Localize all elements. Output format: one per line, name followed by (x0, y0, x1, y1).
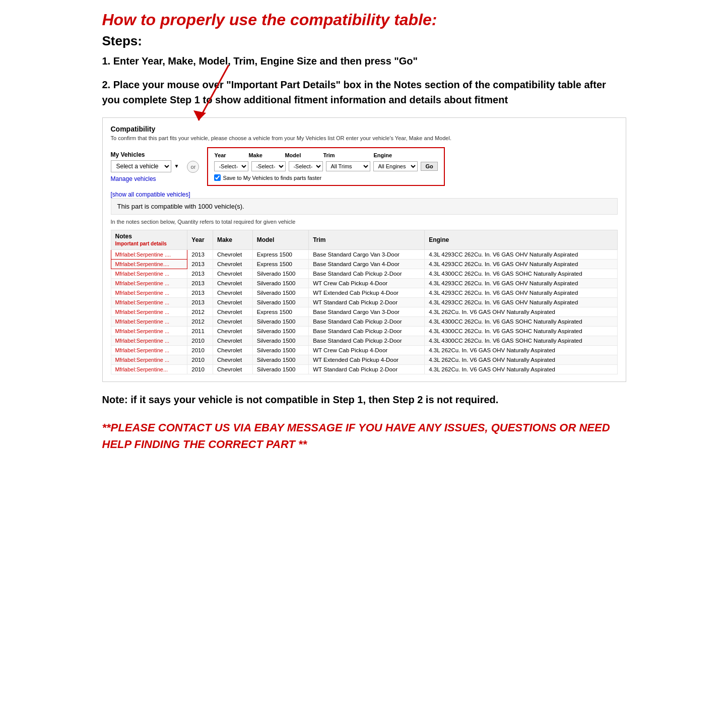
cell-make: Chevrolet (213, 279, 252, 288)
model-label: Model (285, 152, 318, 158)
cell-notes: Mfrlabel:Serpentine ... (111, 288, 187, 298)
cell-engine: 4.3L 4293CC 262Cu. In. V6 GAS OHV Natura… (425, 250, 617, 260)
cell-trim: Base Standard Cargo Van 3-Door (309, 307, 425, 317)
main-title: How to properly use the compatibility ta… (102, 10, 626, 29)
note-text: Note: if it says your vehicle is not com… (102, 392, 626, 407)
table-row: Mfrlabel:Serpentine ... 2013 Chevrolet S… (111, 269, 617, 279)
compatibility-section: Compatibility To confirm that this part … (102, 117, 626, 382)
cell-trim: WT Standard Cab Pickup 2-Door (309, 365, 425, 374)
year-select[interactable]: -Select- (214, 161, 248, 171)
table-row: Mfrlabel:Serpentine ... 2010 Chevrolet S… (111, 336, 617, 346)
cell-make: Chevrolet (213, 346, 252, 355)
or-divider: or (187, 161, 199, 173)
cell-model: Silverado 1500 (252, 279, 308, 288)
cell-model: Express 1500 (252, 307, 308, 317)
trim-select[interactable]: All Trims (326, 161, 370, 171)
cell-notes: Mfrlabel:Serpentine .... (111, 250, 187, 260)
cell-notes: Mfrlabel:Serpentine ... (111, 279, 187, 288)
manage-vehicles-link[interactable]: Manage vehicles (111, 175, 179, 182)
col-engine: Engine (425, 230, 617, 250)
dropdown-arrow-icon: ▼ (174, 163, 179, 169)
cell-notes: Mfrlabel:Serpentine ... (111, 355, 187, 365)
model-select[interactable]: -Select- (289, 161, 323, 171)
cell-make: Chevrolet (213, 365, 252, 374)
cell-trim: WT Crew Cab Pickup 4-Door (309, 279, 425, 288)
cell-engine: 4.3L 262Cu. In. V6 GAS OHV Naturally Asp… (425, 346, 617, 355)
cell-make: Chevrolet (213, 260, 252, 269)
cell-year: 2013 (187, 260, 213, 269)
cell-model: Silverado 1500 (252, 327, 308, 336)
cell-year: 2012 (187, 307, 213, 317)
cell-model: Silverado 1500 (252, 355, 308, 365)
col-trim: Trim (309, 230, 425, 250)
engine-label: Engine (373, 152, 419, 158)
save-checkbox[interactable] (214, 174, 221, 181)
make-select[interactable]: -Select- (251, 161, 286, 171)
table-row: Mfrlabel:Serpentine ... 2013 Chevrolet S… (111, 298, 617, 307)
cell-model: Silverado 1500 (252, 317, 308, 327)
cell-year: 2012 (187, 317, 213, 327)
cell-trim: Base Standard Cab Pickup 2-Door (309, 336, 425, 346)
cell-notes: Mfrlabel:Serpentine ... (111, 336, 187, 346)
cell-engine: 4.3L 262Cu. In. V6 GAS OHV Naturally Asp… (425, 307, 617, 317)
cell-make: Chevrolet (213, 307, 252, 317)
col-make: Make (213, 230, 252, 250)
cell-make: Chevrolet (213, 317, 252, 327)
compat-subtitle: To confirm that this part fits your vehi… (111, 135, 618, 141)
cell-make: Chevrolet (213, 250, 252, 260)
col-year: Year (187, 230, 213, 250)
cell-make: Chevrolet (213, 327, 252, 336)
step2-text: 2. Place your mouse over "Important Part… (102, 77, 626, 107)
cell-trim: Base Standard Cargo Van 3-Door (309, 250, 425, 260)
cell-engine: 4.3L 4300CC 262Cu. In. V6 GAS SOHC Natur… (425, 327, 617, 336)
cell-notes: Mfrlabel:Serpentine ... (111, 269, 187, 279)
cell-notes: Mfrlabel:Serpentine ... (111, 327, 187, 336)
cell-engine: 4.3L 4293CC 262Cu. In. V6 GAS OHV Natura… (425, 260, 617, 269)
cell-model: Silverado 1500 (252, 365, 308, 374)
my-vehicles-panel: My Vehicles Select a vehicle ▼ Manage ve… (111, 151, 179, 182)
cell-year: 2013 (187, 250, 213, 260)
table-row: Mfrlabel:Serpentine ... 2011 Chevrolet S… (111, 327, 617, 336)
ymm-section: Year Make Model Trim Engine -Select- (207, 147, 444, 186)
contact-text: **PLEASE CONTACT US VIA EBAY MESSAGE IF … (102, 419, 626, 453)
table-row: Mfrlabel:Serpentine ... 2012 Chevrolet E… (111, 307, 617, 317)
cell-engine: 4.3L 4293CC 262Cu. In. V6 GAS OHV Natura… (425, 298, 617, 307)
year-label: Year (214, 152, 243, 158)
cell-engine: 4.3L 262Cu. In. V6 GAS OHV Naturally Asp… (425, 365, 617, 374)
cell-trim: Base Standard Cab Pickup 2-Door (309, 317, 425, 327)
steps-heading: Steps: (102, 33, 626, 49)
svg-marker-1 (193, 110, 206, 120)
cell-make: Chevrolet (213, 355, 252, 365)
show-all-link[interactable]: [show all compatible vehicles] (111, 191, 618, 198)
cell-model: Express 1500 (252, 260, 308, 269)
cell-year: 2013 (187, 269, 213, 279)
go-button[interactable]: Go (421, 162, 437, 171)
table-row: Mfrlabel:Serpentine ... 2013 Chevrolet S… (111, 279, 617, 288)
cell-year: 2010 (187, 336, 213, 346)
cell-model: Silverado 1500 (252, 288, 308, 298)
cell-engine: 4.3L 262Cu. In. V6 GAS OHV Naturally Asp… (425, 355, 617, 365)
engine-select[interactable]: All Engines (373, 161, 418, 171)
cell-engine: 4.3L 4300CC 262Cu. In. V6 GAS SOHC Natur… (425, 336, 617, 346)
cell-model: Express 1500 (252, 250, 308, 260)
cell-notes: Mfrlabel:Serpentine.... (111, 260, 187, 269)
table-row: Mfrlabel:Serpentine.... 2013 Chevrolet E… (111, 260, 617, 269)
cell-year: 2010 (187, 346, 213, 355)
vehicle-select[interactable]: Select a vehicle (111, 160, 171, 172)
col-model: Model (252, 230, 308, 250)
cell-year: 2013 (187, 288, 213, 298)
cell-notes: Mfrlabel:Serpentine ... (111, 317, 187, 327)
cell-trim: WT Crew Cab Pickup 4-Door (309, 346, 425, 355)
step1-text: 1. Enter Year, Make, Model, Trim, Engine… (102, 54, 626, 68)
cell-model: Silverado 1500 (252, 269, 308, 279)
cell-year: 2010 (187, 365, 213, 374)
cell-model: Silverado 1500 (252, 336, 308, 346)
compat-title: Compatibility (111, 125, 618, 133)
cell-year: 2011 (187, 327, 213, 336)
cell-engine: 4.3L 4293CC 262Cu. In. V6 GAS OHV Natura… (425, 279, 617, 288)
cell-trim: Base Standard Cab Pickup 2-Door (309, 269, 425, 279)
table-row: Mfrlabel:Serpentine... 2010 Chevrolet Si… (111, 365, 617, 374)
cell-notes: Mfrlabel:Serpentine ... (111, 307, 187, 317)
compat-count-bar: This part is compatible with 1000 vehicl… (111, 198, 618, 215)
cell-trim: WT Extended Cab Pickup 4-Door (309, 355, 425, 365)
